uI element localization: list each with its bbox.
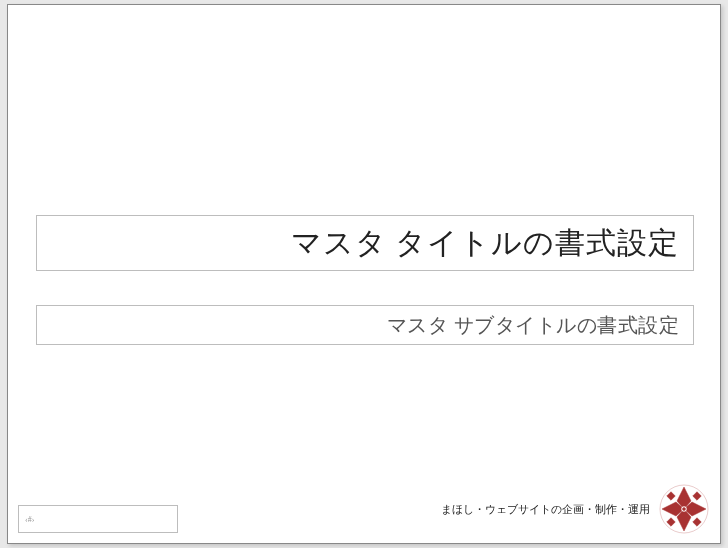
svg-rect-1 (693, 492, 701, 500)
svg-rect-0 (667, 492, 675, 500)
svg-point-5 (683, 508, 686, 511)
page-number-text: ‹#› (25, 515, 34, 524)
footer-text: まほし・ウェブサイトの企画・制作・運用 (441, 502, 650, 517)
subtitle-text: マスタ サブタイトルの書式設定 (387, 312, 680, 339)
company-logo-icon (658, 483, 710, 535)
slide-master: マスタ タイトルの書式設定 マスタ サブタイトルの書式設定 ‹#› まほし・ウェ… (7, 4, 721, 544)
subtitle-placeholder[interactable]: マスタ サブタイトルの書式設定 (36, 305, 694, 345)
title-placeholder[interactable]: マスタ タイトルの書式設定 (36, 215, 694, 271)
svg-rect-2 (667, 518, 675, 526)
page-number-placeholder[interactable]: ‹#› (18, 505, 178, 533)
title-text: マスタ タイトルの書式設定 (291, 223, 680, 264)
svg-rect-3 (693, 518, 701, 526)
